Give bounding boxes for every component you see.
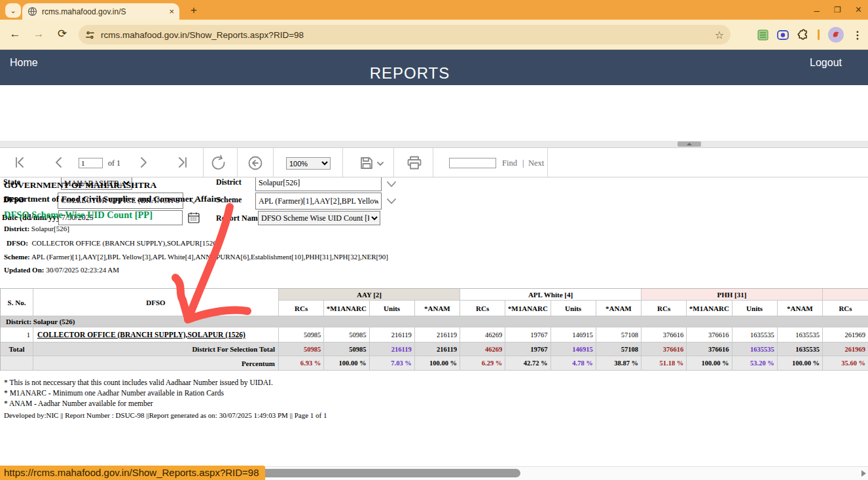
tab-title: rcms.mahafood.gov.in/S xyxy=(42,7,126,16)
sub-header: *ANAM xyxy=(596,301,642,316)
row-value: 50985 xyxy=(279,327,324,342)
percentum-value: 42.72 % xyxy=(505,356,551,371)
print-icon[interactable] xyxy=(407,155,422,171)
calendar-icon[interactable] xyxy=(188,212,200,223)
scheme-dropdown-chevron-icon[interactable] xyxy=(386,198,397,206)
profile-avatar[interactable] xyxy=(828,27,844,43)
forward-button[interactable]: → xyxy=(30,26,47,43)
extensions-puzzle-icon[interactable] xyxy=(797,29,809,41)
row-value: 1635535 xyxy=(732,327,778,342)
logout-link[interactable]: Logout xyxy=(810,57,842,69)
total-value: 376616 xyxy=(687,342,732,356)
report-gov-line: GOVERNMENT OF MAHARASHTRA xyxy=(4,180,156,191)
footnote-2: * M1ANARC - Minimum one Aadhar Number av… xyxy=(4,389,224,397)
window-close-button[interactable]: × xyxy=(856,4,861,16)
row-value: 50985 xyxy=(324,327,369,342)
dfso-link[interactable]: COLLECTOR OFFICE (BRANCH SUPPLY),SOLAPUR… xyxy=(33,327,279,342)
page-count-label: of 1 xyxy=(108,158,120,168)
group-header: AAY [2] xyxy=(279,289,460,301)
browser-window: ⌄ rcms.mahafood.gov.in/S × + – ❐ × ← → ⟳… xyxy=(0,0,868,480)
report-title: DFSO Scheme Wise UID Count [PP] xyxy=(4,210,153,221)
find-next-divider: | xyxy=(522,158,524,168)
browser-tab[interactable]: rcms.mahafood.gov.in/S × xyxy=(22,3,179,20)
back-to-parent-icon[interactable] xyxy=(247,155,263,171)
scheme-input[interactable] xyxy=(255,193,382,210)
recorder-extension-icon[interactable] xyxy=(777,29,789,41)
district-dropdown-chevron-icon[interactable] xyxy=(386,181,397,189)
window-minimize-button[interactable]: – xyxy=(814,5,820,16)
page-number-input[interactable] xyxy=(79,158,103,168)
zoom-select[interactable]: 100% xyxy=(286,157,331,170)
row-value: 216119 xyxy=(415,327,460,342)
percentum-empty xyxy=(1,356,33,371)
header-dfso: DFSO xyxy=(33,289,279,316)
status-url-bubble: https://rcms.mahafood.gov.in/Show_Report… xyxy=(0,466,265,480)
globe-favicon-icon xyxy=(27,7,37,16)
back-button[interactable]: ← xyxy=(7,26,24,43)
find-button[interactable]: Find xyxy=(502,158,517,168)
percentum-value: 100.00 % xyxy=(687,356,732,371)
percentum-value: 6.29 % xyxy=(460,356,505,371)
total-value: 1635535 xyxy=(732,342,778,356)
report-scheme-label: Scheme: xyxy=(4,253,30,261)
total-value: 1635535 xyxy=(778,342,823,356)
refresh-icon[interactable] xyxy=(210,154,227,171)
site-navbar: Home REPORTS Logout xyxy=(0,50,868,85)
export-chevron-icon[interactable] xyxy=(376,161,384,166)
reload-button[interactable]: ⟳ xyxy=(54,26,71,43)
sub-header: *M1ANARC xyxy=(324,301,369,316)
footnote-3: * ANAM - Aadhar Number available for mem… xyxy=(4,399,153,407)
percentum-value: 35.60 % xyxy=(823,356,868,371)
district-label: District xyxy=(216,177,242,187)
site-settings-icon[interactable] xyxy=(85,30,95,40)
report-footer: Developed by:NIC || Report Number : DSUC… xyxy=(4,411,327,419)
address-bar[interactable]: rcms.mahafood.gov.in/Show_Reports.aspx?R… xyxy=(79,25,731,45)
sub-header: RCs xyxy=(460,301,505,316)
previous-page-icon[interactable] xyxy=(52,155,64,170)
window-restore-button[interactable]: ❐ xyxy=(834,5,841,14)
chrome-menu-icon[interactable]: ⋮ xyxy=(852,29,863,41)
new-tab-button[interactable]: + xyxy=(186,3,202,18)
url-text: rcms.mahafood.gov.in/Show_Reports.aspx?R… xyxy=(101,30,709,40)
next-page-icon[interactable] xyxy=(138,155,150,170)
total-value: 50985 xyxy=(324,342,369,356)
report-district-value: Solapur[526] xyxy=(31,225,69,232)
total-value: 50985 xyxy=(279,342,324,356)
pinned-extension-icon[interactable] xyxy=(818,29,820,40)
scrollbar-right-arrow-icon[interactable] xyxy=(861,470,866,477)
notes-extension-icon[interactable] xyxy=(757,29,769,41)
last-page-icon[interactable] xyxy=(176,155,189,170)
percentum-value: 4.78 % xyxy=(551,356,596,371)
group-header: PHH [31] xyxy=(642,289,823,301)
report-name-select[interactable]: DFSO Scheme Wise UID Count [PP] xyxy=(258,211,380,225)
row-value: 376616 xyxy=(642,327,687,342)
report-parameters: State MAHARASHTRA District DFSO Scheme D… xyxy=(0,85,868,141)
tab-close-icon[interactable]: × xyxy=(169,7,174,16)
district-band: District: Solapur (526) xyxy=(1,316,868,327)
total-value: 146915 xyxy=(551,342,596,356)
export-save-icon[interactable] xyxy=(359,156,374,170)
percentum-value: 6.93 % xyxy=(279,356,324,371)
report-dfso-value: COLLECTOR OFFICE (BRANCH SUPPLY),SOLAPUR… xyxy=(32,239,219,247)
total-value: 216119 xyxy=(415,342,460,356)
row-value: 1635535 xyxy=(778,327,823,342)
find-next-button[interactable]: Next xyxy=(528,158,544,168)
collapse-handle[interactable] xyxy=(678,141,701,147)
home-link[interactable]: Home xyxy=(10,57,38,69)
browser-titlebar: ⌄ rcms.mahafood.gov.in/S × + – ❐ × xyxy=(0,0,868,20)
sub-header: *ANAM xyxy=(415,301,460,316)
first-page-icon[interactable] xyxy=(13,155,26,170)
sub-header: *M1ANARC xyxy=(505,301,551,316)
bookmark-star-icon[interactable]: ☆ xyxy=(715,29,724,41)
total-value: 57108 xyxy=(596,342,642,356)
row-value: 261969 xyxy=(823,327,868,342)
sub-header: *ANAM xyxy=(778,301,823,316)
tab-search-button[interactable]: ⌄ xyxy=(5,3,21,18)
find-input[interactable] xyxy=(449,158,496,168)
group-header xyxy=(823,289,868,301)
report-updated-value: 30/07/2025 02:23:24 AM xyxy=(46,266,119,274)
sub-header: RCs xyxy=(279,301,324,316)
row-value: 46269 xyxy=(460,327,505,342)
sub-header: RCs xyxy=(823,301,868,316)
total-label: Total xyxy=(1,342,33,356)
